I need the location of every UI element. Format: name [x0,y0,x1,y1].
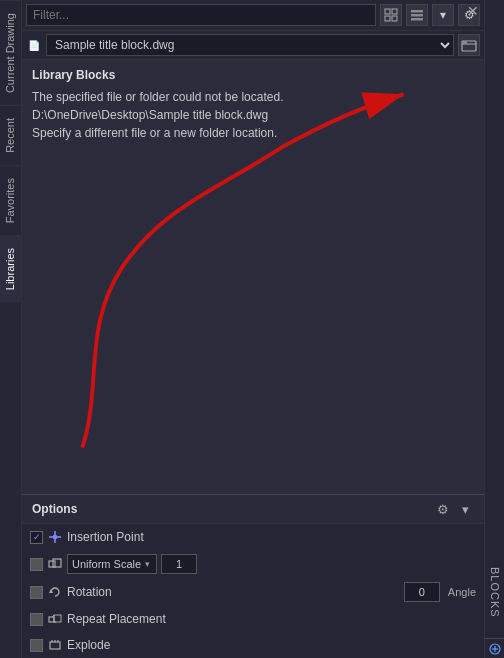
list-icon [410,9,424,21]
right-panel-label[interactable]: BLOCKS [486,557,504,628]
rotation-label: Rotation [67,585,362,599]
repeat-placement-label: Repeat Placement [67,612,476,626]
option-row-rotation: Rotation Angle [22,578,484,606]
left-sidebar-tabs: Current Drawing Recent Favorites Librari… [0,0,22,658]
top-toolbar: ▾ ⚙ [22,0,484,31]
sidebar-item-libraries[interactable]: Libraries [0,235,21,302]
explode-icon [47,637,63,653]
sidebar-item-favorites[interactable]: Favorites [0,165,21,235]
options-controls: ⚙ ▾ [434,500,474,518]
svg-rect-2 [385,16,390,21]
insertion-point-checkbox[interactable] [30,531,43,544]
uniform-scale-dropdown[interactable]: Uniform Scale ▾ [67,554,157,574]
insertion-point-label: Insertion Point [67,530,476,544]
file-select[interactable]: Sample title block.dwg [46,34,454,56]
svg-rect-5 [411,14,423,17]
options-panel: Options ⚙ ▾ Insertion Point [22,494,484,658]
option-row-insertion-point: Insertion Point [22,524,484,550]
svg-rect-13 [49,561,55,567]
svg-rect-3 [392,16,397,21]
right-panel: BLOCKS [484,0,504,658]
dropdown-arrow-icon: ▾ [145,559,150,569]
svg-rect-14 [53,559,61,567]
main-panel: ▾ ⚙ 📄 Sample title block.dwg Library Blo… [22,0,484,658]
sidebar-item-recent[interactable]: Recent [0,105,21,165]
sidebar-item-current-drawing[interactable]: Current Drawing [0,0,21,105]
content-area: Library Blocks The specified file or fol… [22,60,484,494]
option-row-explode: Explode [22,632,484,658]
browse-button[interactable] [458,34,480,56]
thumbnail-view-button[interactable] [380,4,402,26]
options-dropdown-button[interactable]: ▾ [456,500,474,518]
svg-rect-16 [49,617,54,622]
svg-rect-8 [463,41,467,44]
browse-icon [461,37,477,53]
file-selector-row: 📄 Sample title block.dwg [22,31,484,60]
rotation-input[interactable] [404,582,440,602]
options-gear-button[interactable]: ⚙ [434,500,452,518]
uniform-scale-icon [47,556,63,572]
rotation-icon [47,584,63,600]
grid-icon [384,8,398,22]
rotation-checkbox[interactable] [30,586,43,599]
dropdown-arrow-button[interactable]: ▾ [432,4,454,26]
option-row-repeat-placement: Repeat Placement [22,606,484,632]
error-message: The specified file or folder could not b… [32,88,474,142]
svg-rect-20 [50,642,60,649]
svg-rect-0 [385,9,390,14]
repeat-placement-icon [47,611,63,627]
section-title: Library Blocks [32,68,474,82]
close-button[interactable]: ✕ [464,2,482,20]
angle-label: Angle [448,586,476,598]
file-icon: 📄 [26,37,42,53]
option-row-uniform-scale: Uniform Scale ▾ [22,550,484,578]
options-header: Options ⚙ ▾ [22,495,484,524]
explode-label: Explode [67,638,476,652]
options-title: Options [32,502,77,516]
svg-rect-6 [411,18,423,21]
filter-input[interactable] [26,4,376,26]
uniform-scale-input[interactable] [161,554,197,574]
svg-rect-17 [54,615,61,622]
list-view-button[interactable] [406,4,428,26]
uniform-scale-checkbox[interactable] [30,558,43,571]
right-tab-icon [488,642,502,656]
insertion-point-icon [47,529,63,545]
repeat-placement-checkbox[interactable] [30,613,43,626]
svg-rect-4 [411,10,423,13]
svg-rect-1 [392,9,397,14]
explode-checkbox[interactable] [30,639,43,652]
